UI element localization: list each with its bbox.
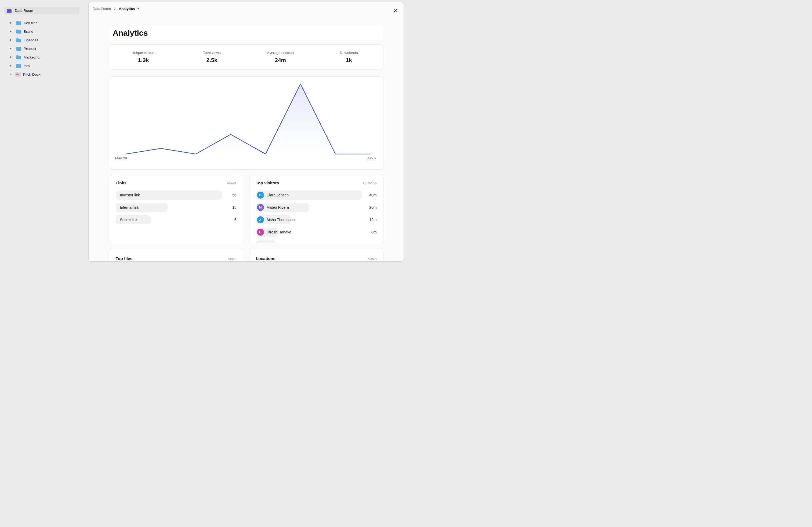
card-title: Locations: [256, 256, 276, 261]
stat-value: 2.5k: [206, 57, 218, 63]
app-window: Data Room Key filesBrandFinancesProductM…: [0, 0, 406, 264]
disclosure-caret-icon[interactable]: [9, 56, 13, 58]
visitor-name: Clara Jensen: [267, 193, 289, 197]
link-row-internal-link[interactable]: Internal link15: [116, 203, 236, 212]
visitor-row-hiroshi-tanaka[interactable]: HHiroshi Tanaka8m: [256, 228, 377, 237]
stat-value: 1.3k: [138, 57, 149, 63]
link-row-secret-link[interactable]: Secret link5: [116, 215, 236, 224]
top-files-card: Top filesVisits: [109, 248, 243, 261]
avatar: H: [257, 229, 264, 236]
link-label: Internal link: [120, 205, 139, 210]
sidebar-item-label: Finances: [24, 38, 39, 42]
sidebar-item-key-files[interactable]: Key files: [6, 18, 84, 27]
stat-label: Average session: [267, 51, 294, 55]
top-files-card-header: Top filesVisits: [116, 256, 236, 261]
link-label: Secret link: [120, 217, 137, 222]
sidebar-item-pitch-deck[interactable]: Pitch Deck: [6, 70, 84, 79]
visits-column-header: Visits: [228, 257, 236, 261]
visitor-row-mateo-rivera[interactable]: MMateo Rivera20m: [256, 203, 377, 212]
locations-card: LocationsVisits: [249, 248, 383, 261]
stat-label: Unique visitors: [132, 51, 156, 55]
visitor-duration-bar: [256, 240, 275, 243]
visitor-name: Mateo Rivera: [267, 205, 289, 210]
visitor-row-partial[interactable]: [256, 240, 377, 243]
disclosure-caret-icon[interactable]: [9, 39, 13, 41]
link-label: Investor link: [120, 193, 140, 197]
lists-row: Links Views Investor link56Internal link…: [109, 174, 383, 243]
links-card: Links Views Investor link56Internal link…: [109, 174, 243, 243]
sidebar-item-label: Info: [24, 64, 30, 68]
top-visitors-card-header: Top visitors Duration: [256, 181, 377, 185]
link-views-value: 56: [232, 193, 236, 197]
folder-icon: [16, 38, 21, 42]
chevron-down-icon: [136, 7, 139, 10]
breadcrumb-current-label: Analytics: [119, 7, 135, 11]
sidebar-item-info[interactable]: Info: [6, 61, 84, 70]
stat-value: 24m: [275, 57, 286, 63]
breadcrumb: Data Room Analytics: [93, 7, 139, 11]
sidebar-item-brand[interactable]: Brand: [6, 27, 84, 36]
visitor-row-aisha-thompson[interactable]: AAisha Thompson12m: [256, 215, 377, 224]
visitor-duration-value: 12m: [369, 217, 376, 222]
top-visitors-card: Top visitors Duration CClara Jensen40mMM…: [249, 174, 383, 243]
sidebar-item-label: Product: [24, 47, 36, 51]
avatar: M: [257, 204, 264, 211]
locations-card-header: LocationsVisits: [256, 256, 377, 261]
links-rows: Investor link56Internal link15Secret lin…: [116, 191, 236, 224]
chart-area-fill: [126, 84, 370, 154]
visitor-row-clara-jensen[interactable]: CClara Jensen40m: [256, 191, 377, 200]
close-icon: [393, 8, 398, 13]
page-title: Analytics: [113, 28, 148, 37]
sidebar-item-finances[interactable]: Finances: [6, 36, 84, 44]
links-card-header: Links Views: [116, 181, 236, 185]
folder-icon: [6, 9, 12, 13]
bottom-cards-row: Top filesVisitsLocationsVisits: [109, 248, 383, 261]
folder-icon: [16, 46, 21, 51]
disclosure-caret-icon[interactable]: [9, 65, 13, 67]
sidebar-item-label: Key files: [24, 21, 37, 25]
disclosure-caret-icon[interactable]: [9, 22, 13, 24]
stat-average-session: Average session24m: [246, 51, 315, 63]
sidebar-folder-tree: Key filesBrandFinancesProductMarketingIn…: [6, 18, 84, 79]
sidebar-item-marketing[interactable]: Marketing: [6, 53, 84, 61]
visitor-duration-value: 20m: [369, 205, 376, 210]
link-row-investor-link[interactable]: Investor link56: [116, 191, 236, 200]
sidebar-item-label: Brand: [24, 30, 33, 33]
disclosure-caret-icon[interactable]: [9, 47, 13, 50]
stat-value: 1k: [346, 57, 352, 63]
links-title: Links: [116, 181, 127, 185]
pitch-deck-thumbnail-icon: [15, 72, 21, 77]
folder-icon: [16, 55, 21, 59]
modal-header: Data Room Analytics: [89, 2, 404, 11]
sidebar-item-data-room[interactable]: Data Room: [4, 7, 79, 15]
document-bullet-icon: [10, 74, 12, 75]
avatar: C: [257, 192, 264, 199]
views-line-chart: [109, 77, 383, 169]
link-views-value: 5: [234, 217, 236, 222]
breadcrumb-analytics-dropdown[interactable]: Analytics: [119, 7, 139, 11]
stat-unique-visitors: Unique visitors1.3k: [109, 51, 178, 63]
stat-label: Total views: [203, 51, 221, 55]
close-button[interactable]: [391, 6, 400, 15]
sidebar-item-product[interactable]: Product: [6, 44, 84, 53]
folder-icon: [16, 21, 21, 25]
visitor-duration-value: 8m: [371, 230, 376, 234]
stats-summary-card: Unique visitors1.3kTotal views2.5kAverag…: [109, 44, 383, 70]
views-chart-card: May 29 Jun 5: [109, 76, 383, 169]
breadcrumb-data-room[interactable]: Data Room: [93, 7, 111, 11]
top-visitors-rows: CClara Jensen40mMMateo Rivera20mAAisha T…: [256, 191, 377, 243]
visitor-name: Hiroshi Tanaka: [267, 230, 291, 234]
analytics-modal: Data Room Analytics Analytics Unique vis…: [89, 2, 404, 261]
card-title: Top files: [116, 256, 133, 261]
x-axis-tick-start: May 29: [115, 156, 127, 160]
stat-downloads: Downloads1k: [315, 51, 383, 63]
folder-icon: [16, 64, 21, 68]
disclosure-caret-icon[interactable]: [9, 30, 13, 32]
stat-label: Downloads: [340, 51, 358, 55]
folder-icon: [16, 29, 21, 33]
link-views-value: 15: [232, 205, 236, 210]
visits-column-header: Visits: [368, 257, 376, 261]
links-views-column-header: Views: [227, 181, 236, 185]
top-visitors-title: Top visitors: [256, 181, 279, 185]
visitor-name: Aisha Thompson: [267, 217, 295, 222]
